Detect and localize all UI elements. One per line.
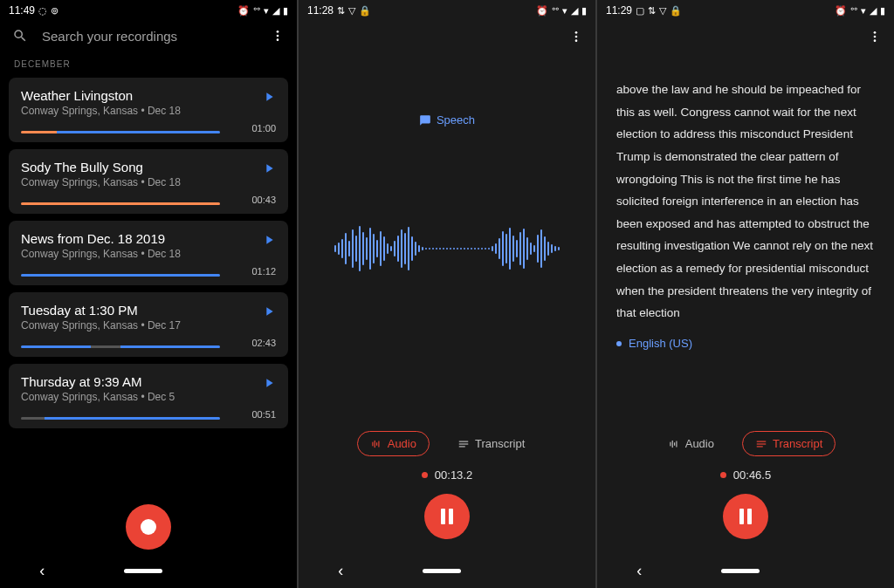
- speech-tag: Speech: [299, 113, 595, 126]
- lock-icon: 🔒: [359, 5, 371, 17]
- speech-bubble-icon: [419, 114, 431, 126]
- play-icon[interactable]: [262, 161, 276, 179]
- more-vert-icon[interactable]: [569, 30, 583, 44]
- pause-button[interactable]: [424, 494, 470, 539]
- recording-meta: Conway Springs, Kansas • Dec 18: [21, 248, 276, 260]
- signal-icon: ◢: [571, 5, 578, 17]
- svg-rect-10: [459, 441, 469, 441]
- battery-icon: ▮: [283, 5, 288, 17]
- shield-icon: ▽: [348, 5, 355, 17]
- svg-point-0: [277, 31, 279, 33]
- wifi-icon: ▾: [562, 5, 567, 17]
- signal-icon: ◢: [272, 5, 279, 17]
- transcript-icon: [755, 438, 767, 450]
- recording-card[interactable]: Thursday at 9:39 AM Conway Springs, Kans…: [9, 364, 288, 428]
- svg-rect-11: [459, 443, 469, 444]
- transcript-icon: [457, 438, 470, 450]
- search-row[interactable]: Search your recordings: [0, 21, 297, 51]
- back-icon[interactable]: ‹: [338, 562, 343, 580]
- recording-title: News from Dec. 18 2019: [21, 231, 276, 246]
- more-vert-icon[interactable]: [271, 29, 285, 43]
- transcript-text[interactable]: above the law and he should be impeached…: [597, 52, 894, 333]
- recording-duration: 00:43: [251, 195, 276, 205]
- recording-duration: 01:00: [251, 123, 276, 133]
- recording-title: Thursday at 9:39 AM: [21, 374, 276, 389]
- wifi-icon: ▾: [264, 5, 269, 17]
- svg-point-15: [874, 39, 877, 42]
- nav-bar: ‹: [299, 553, 595, 588]
- record-icon: [141, 519, 156, 535]
- phone-recordings-list: 11:49 ◌ ⊚ ⏰ ᐤᐤ ▾ ◢ ▮ Search your recordi…: [0, 0, 297, 588]
- status-bar: 11:49 ◌ ⊚ ⏰ ᐤᐤ ▾ ◢ ▮: [0, 0, 297, 21]
- alarm-icon: ⏰: [835, 5, 847, 17]
- back-icon[interactable]: ‹: [636, 562, 642, 580]
- home-pill[interactable]: [423, 569, 461, 573]
- language-label: English (US): [629, 337, 692, 350]
- recording-title: Tuesday at 1:30 PM: [21, 303, 276, 318]
- status-time: 11:29: [606, 4, 632, 17]
- svg-rect-7: [374, 440, 375, 447]
- timer-value: 00:13.2: [435, 468, 472, 482]
- lock-icon: 🔒: [670, 5, 682, 17]
- status-bar: 11:29 ▢ ⇅ ▽ 🔒 ⏰ ᐤᐤ ▾ ◢ ▮: [597, 0, 894, 21]
- transcript-mode-button[interactable]: Transcript: [742, 431, 836, 456]
- alarm-icon: ⏰: [237, 5, 250, 17]
- phone-recording-audio: 11:28 ⇅ ▽ 🔒 ⏰ ᐤᐤ ▾ ◢ ▮ Speech Audio T: [299, 0, 595, 588]
- recording-card[interactable]: Tuesday at 1:30 PM Conway Springs, Kansa…: [9, 292, 288, 357]
- status-icon: ▢: [636, 5, 644, 17]
- battery-icon: ▮: [581, 5, 587, 17]
- pause-button[interactable]: [723, 494, 768, 539]
- recording-dot-icon: [720, 472, 726, 478]
- transcript-label: Transcript: [773, 437, 822, 450]
- transcript-mode-button[interactable]: Transcript: [445, 432, 537, 455]
- svg-point-5: [575, 39, 578, 42]
- progress-bar: [21, 417, 220, 420]
- section-header: DECEMBER: [0, 51, 297, 74]
- timer-row: 00:13.2: [422, 468, 472, 482]
- search-icon: [12, 28, 28, 44]
- phone-recording-transcript: 11:29 ▢ ⇅ ▽ 🔒 ⏰ ᐤᐤ ▾ ◢ ▮ above the law a…: [597, 0, 894, 588]
- bottom-panel: Audio Transcript 00:13.2: [299, 431, 595, 553]
- play-icon[interactable]: [262, 233, 276, 250]
- status-time: 11:28: [307, 4, 334, 17]
- recording-title: Weather Livingston: [21, 88, 276, 103]
- play-icon[interactable]: [262, 376, 276, 393]
- svg-rect-19: [676, 441, 677, 447]
- recording-meta: Conway Springs, Kansas • Dec 18: [21, 105, 276, 117]
- shield-icon: ▽: [659, 5, 666, 17]
- play-icon[interactable]: [262, 90, 276, 107]
- search-input[interactable]: Search your recordings: [42, 29, 257, 44]
- audio-mode-button[interactable]: Audio: [656, 432, 726, 455]
- recording-card[interactable]: Sody The Bully Song Conway Springs, Kans…: [9, 149, 288, 214]
- progress-bar: [21, 202, 220, 205]
- record-button[interactable]: [126, 504, 171, 550]
- svg-rect-22: [757, 446, 763, 447]
- speech-label: Speech: [437, 113, 475, 126]
- vpn-icon: ᐤᐤ: [850, 5, 857, 17]
- pause-icon: [739, 509, 752, 524]
- progress-bar: [21, 274, 220, 277]
- audio-label: Audio: [388, 437, 416, 450]
- svg-rect-6: [372, 441, 373, 446]
- audio-mode-button[interactable]: Audio: [357, 431, 430, 456]
- alarm-icon: ⏰: [536, 5, 548, 17]
- home-pill[interactable]: [124, 569, 162, 573]
- vpn-icon: ᐤᐤ: [552, 5, 559, 17]
- more-vert-icon[interactable]: [868, 30, 882, 44]
- signal-icon: ◢: [870, 5, 877, 17]
- audio-icon: [668, 438, 680, 450]
- progress-bar: [21, 345, 220, 348]
- svg-rect-20: [757, 441, 767, 441]
- language-tag[interactable]: English (US): [597, 333, 894, 353]
- recording-card[interactable]: News from Dec. 18 2019 Conway Springs, K…: [9, 221, 288, 285]
- svg-rect-17: [671, 440, 672, 447]
- nav-bar: ‹: [597, 553, 894, 588]
- top-actions: [597, 21, 894, 52]
- recording-card[interactable]: Weather Livingston Conway Springs, Kansa…: [9, 78, 288, 142]
- home-pill[interactable]: [721, 569, 760, 573]
- recording-duration: 02:43: [251, 338, 276, 348]
- back-icon[interactable]: ‹: [39, 562, 45, 580]
- nav-bar: ‹: [0, 553, 297, 588]
- play-icon[interactable]: [262, 304, 276, 322]
- transcript-label: Transcript: [475, 437, 525, 450]
